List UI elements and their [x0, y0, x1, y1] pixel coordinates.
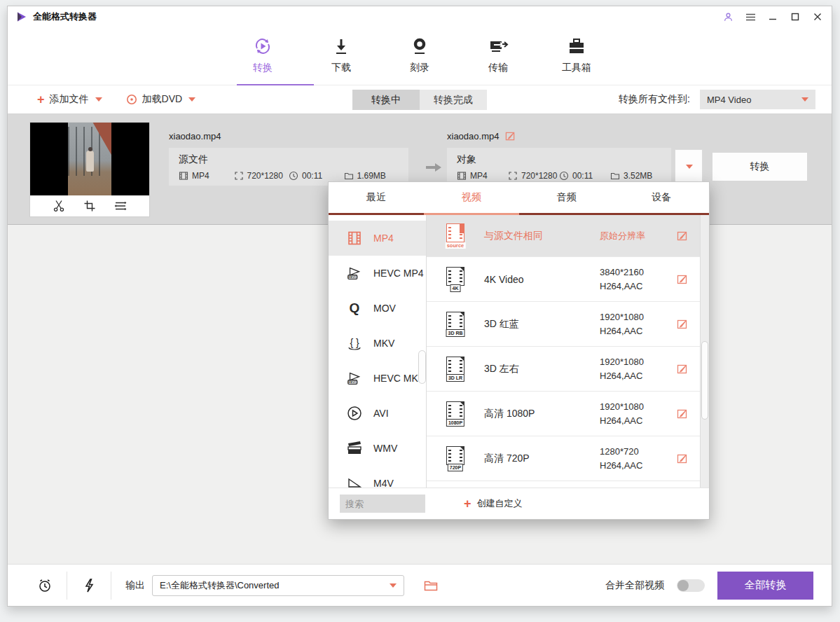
- edit-preset-icon[interactable]: [677, 453, 688, 464]
- filesize-folder-icon: [344, 171, 354, 181]
- format-item-hevc-mkv[interactable]: HEVC HEVC MKV: [329, 361, 426, 396]
- format-item-mkv[interactable]: { } MKV: [329, 326, 426, 361]
- target-format: MP4: [470, 171, 488, 181]
- bottom-bar: 输出 E:\全能格式转换器\Converted 合并全部视频 全部转换: [8, 564, 832, 606]
- preset-row-720p[interactable]: 720P 高清 720P 1280*720H264,AAC: [427, 436, 709, 481]
- add-file-caret-icon: [95, 97, 102, 102]
- nav-tab-toolbox-label: 工具箱: [562, 62, 591, 74]
- popup-tab-device[interactable]: 设备: [614, 182, 709, 213]
- convert-all-button[interactable]: 全部转换: [717, 572, 813, 600]
- plus-icon: +: [464, 497, 471, 510]
- mp4-filmstrip-icon: [346, 230, 363, 247]
- nav-tab-transfer[interactable]: 传输: [464, 36, 532, 74]
- format-item-avi[interactable]: AVI: [329, 396, 426, 431]
- open-folder-icon[interactable]: [424, 579, 438, 592]
- nav-tab-burn-label: 刻录: [410, 62, 429, 74]
- account-icon[interactable]: [722, 11, 734, 22]
- svg-text:HEVC: HEVC: [348, 380, 357, 384]
- format-label: HEVC MP4: [373, 268, 424, 279]
- hevc-play-icon: HEVC: [346, 370, 363, 387]
- main-nav: 转换 下载 刻录 传输: [8, 27, 832, 85]
- output-path-select[interactable]: E:\全能格式转换器\Converted: [152, 575, 404, 596]
- source-panel-title: 源文件: [179, 153, 399, 166]
- popup-tab-recent[interactable]: 最近: [329, 182, 424, 213]
- nav-tab-toolbox[interactable]: 工具箱: [543, 36, 610, 74]
- edit-preset-icon[interactable]: [677, 274, 688, 285]
- convert-direction-arrow-icon: [425, 162, 443, 173]
- edit-preset-icon[interactable]: [677, 408, 688, 420]
- titlebar: 全能格式转换器: [8, 6, 832, 27]
- screen: 全能格式转换器 转换: [0, 0, 840, 622]
- circle-play-icon: [346, 405, 363, 422]
- nav-tab-convert[interactable]: 转换: [229, 36, 296, 74]
- preset-row-3d-rb[interactable]: 3D RB 3D 红蓝 1920*1080H264,AAC: [427, 302, 709, 347]
- nav-tab-burn[interactable]: 刻录: [386, 36, 453, 74]
- add-file-label: 添加文件: [50, 93, 89, 106]
- download-icon: [332, 36, 350, 57]
- transfer-icon: [488, 36, 509, 57]
- quicktime-q-icon: Q: [346, 300, 363, 317]
- dropdown-caret-icon: [686, 165, 693, 169]
- merge-toggle[interactable]: [677, 579, 705, 592]
- format-item-mp4[interactable]: MP4: [329, 221, 426, 256]
- target-size: 3.52MB: [624, 171, 652, 181]
- popup-tab-video[interactable]: 视频: [424, 182, 519, 213]
- hardware-accel-lightning-icon[interactable]: [81, 578, 97, 593]
- toolbox-icon: [567, 36, 586, 57]
- nav-tab-download[interactable]: 下载: [308, 36, 375, 74]
- tab-converted[interactable]: 转换完成: [420, 90, 487, 110]
- crop-icon[interactable]: [83, 200, 96, 212]
- convert-row-button[interactable]: 转换: [712, 152, 808, 181]
- edit-preset-icon[interactable]: [677, 230, 688, 242]
- adjust-sliders-icon[interactable]: [114, 200, 127, 212]
- film-icon: [457, 171, 467, 181]
- source-resolution: 720*1280: [247, 171, 283, 181]
- preset-row-4k[interactable]: 4K 4K Video 3840*2160H264,AAC: [427, 257, 709, 302]
- load-dvd-button[interactable]: 加载DVD: [126, 93, 196, 106]
- format-label: MKV: [373, 338, 394, 349]
- menu-icon[interactable]: [745, 11, 756, 22]
- preset-row-3d-lr[interactable]: 3D LR 3D 左右 1920*1080H264,AAC: [427, 347, 709, 392]
- target-format-dropdown-button[interactable]: [675, 149, 703, 184]
- rename-edit-icon[interactable]: [505, 131, 516, 141]
- search-input[interactable]: [340, 495, 425, 513]
- hevc-play-icon: HEVC: [346, 265, 363, 282]
- nav-tab-download-label: 下载: [331, 62, 351, 74]
- format-label: M4V: [373, 478, 394, 488]
- edit-preset-icon[interactable]: [677, 364, 688, 375]
- preset-row-1080p[interactable]: 1080P 高清 1080P 1920*1080H264,AAC: [427, 392, 709, 436]
- format-label: HEVC MKV: [373, 373, 425, 384]
- schedule-alarm-icon[interactable]: [37, 578, 53, 593]
- source-file-name: xiaodao.mp4: [169, 131, 221, 141]
- video-thumbnail: [30, 123, 149, 195]
- format-list-scrollbar-thumb[interactable]: [418, 350, 426, 384]
- format-item-wmv[interactable]: WMV: [329, 431, 426, 466]
- minimize-icon[interactable]: [767, 11, 778, 22]
- dvd-icon: [126, 94, 137, 105]
- source-info-panel: 源文件 MP4 720*1280 00:11 1.69MB: [169, 148, 408, 186]
- close-icon[interactable]: [812, 11, 823, 22]
- app-window: 全能格式转换器 转换: [7, 6, 832, 607]
- trim-scissors-icon[interactable]: [53, 200, 65, 212]
- tab-converting[interactable]: 转换中: [352, 90, 420, 110]
- filesize-folder-icon: [610, 171, 620, 181]
- popup-tab-audio[interactable]: 音频: [519, 182, 614, 213]
- resolution-icon: [508, 171, 518, 181]
- preset-list-scrollbar[interactable]: [700, 215, 709, 488]
- divider: [67, 572, 67, 600]
- target-panel-title: 对象: [457, 153, 661, 166]
- create-custom-button[interactable]: + 创建自定义: [464, 497, 523, 510]
- format-item-mov[interactable]: Q MOV: [329, 291, 426, 326]
- format-item-hevc-mp4[interactable]: HEVC HEVC MP4: [329, 256, 426, 291]
- duration-clock-icon: [289, 171, 298, 181]
- format-item-m4v[interactable]: M4V: [329, 466, 426, 488]
- format-label: MP4: [373, 233, 394, 244]
- convert-all-to-label: 转换所有文件到:: [619, 93, 690, 106]
- add-file-button[interactable]: + 添加文件: [37, 93, 102, 106]
- edit-preset-icon[interactable]: [677, 319, 688, 330]
- output-format-select[interactable]: MP4 Video: [700, 90, 815, 109]
- target-duration: 00:11: [572, 171, 593, 181]
- preset-row-same-as-source[interactable]: source 与源文件相同 原始分辨率: [427, 215, 709, 257]
- maximize-icon[interactable]: [790, 11, 801, 22]
- preset-scrollbar-thumb[interactable]: [701, 341, 708, 420]
